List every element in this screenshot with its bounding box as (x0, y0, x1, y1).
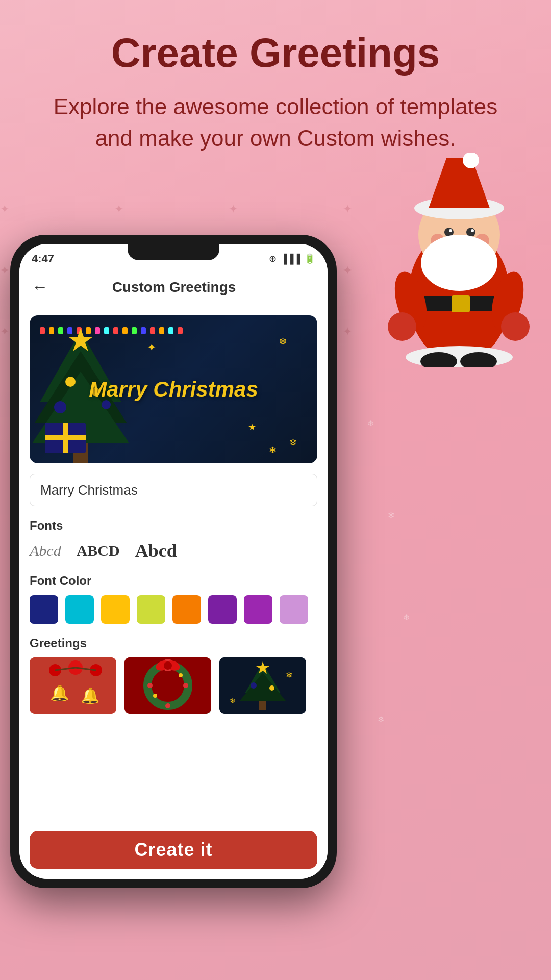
svg-point-54 (179, 673, 183, 677)
app-content: ❄ ❄ ❄ ✦ ★ (19, 305, 328, 879)
phone-notch (128, 244, 219, 260)
battery-icon: 🔋 (304, 253, 315, 264)
svg-point-30 (65, 377, 76, 387)
color-swatch-navy[interactable] (30, 595, 58, 624)
greeting-template-2[interactable] (124, 657, 211, 714)
greetings-section: Greetings 🔔 (30, 636, 317, 714)
svg-rect-58 (259, 701, 266, 710)
svg-point-50 (147, 683, 153, 688)
color-swatch-purple[interactable] (208, 595, 237, 624)
light-bulb (168, 327, 173, 334)
app-header: ← Custom Greetings (19, 270, 328, 305)
light-bulb (178, 327, 183, 334)
font-color-label: Font Color (30, 574, 317, 588)
greetings-label: Greetings (30, 636, 317, 650)
greeting-text-input[interactable] (30, 474, 317, 506)
svg-point-23 (457, 242, 475, 252)
color-swatch-violet[interactable] (244, 595, 272, 624)
text-input-section (30, 474, 317, 506)
greeting-templates-row: 🔔 🔔 (30, 657, 317, 714)
svg-text:❄: ❄ (230, 697, 236, 705)
gift-box (45, 423, 86, 458)
card-snowflake: ❄ (269, 445, 277, 456)
gold-star: ✦ (147, 341, 156, 354)
svg-point-6 (388, 312, 416, 341)
font-script-option[interactable]: Abcd (30, 542, 61, 559)
svg-rect-2 (452, 295, 470, 312)
fonts-section: Fonts Abcd ABCD Abcd (30, 519, 317, 561)
card-snowflake: ❄ (289, 437, 297, 448)
font-color-section: Font Color (30, 574, 317, 624)
color-swatches (30, 595, 317, 624)
status-icons: ⊕ ▐▐▐ 🔋 (269, 253, 315, 264)
svg-marker-10 (429, 158, 490, 208)
color-swatch-lavender[interactable] (280, 595, 308, 624)
phone-outer: 4:47 ⊕ ▐▐▐ 🔋 ← Custom Greetings (10, 235, 337, 888)
svg-point-7 (501, 312, 530, 341)
light-bulb (141, 327, 146, 334)
svg-point-15 (471, 229, 474, 232)
svg-text:🔔: 🔔 (50, 684, 69, 702)
svg-point-61 (269, 685, 274, 691)
svg-text:❄: ❄ (286, 671, 292, 679)
light-bulb (159, 327, 164, 334)
phone-screen: 4:47 ⊕ ▐▐▐ 🔋 ← Custom Greetings (19, 244, 328, 879)
fonts-label: Fonts (30, 519, 317, 533)
page-subtitle: Explore the awesome collection of templa… (41, 91, 510, 154)
svg-point-13 (466, 228, 475, 237)
greeting-template-3[interactable]: ❄ ❄ (219, 657, 306, 714)
color-swatch-orange[interactable] (172, 595, 201, 624)
color-swatch-cyan[interactable] (65, 595, 94, 624)
snowflake: ❄ (403, 612, 410, 622)
svg-point-53 (153, 694, 157, 698)
screen-title: Custom Greetings (58, 279, 290, 296)
svg-point-51 (183, 683, 188, 688)
svg-point-32 (54, 401, 66, 413)
header-section: Create Greetings Explore the awesome col… (0, 0, 551, 164)
santa-decoration (378, 153, 541, 368)
fonts-row: Abcd ABCD Abcd (30, 540, 317, 561)
location-icon: ⊕ (269, 253, 277, 264)
svg-point-60 (251, 682, 257, 689)
color-swatch-lime[interactable] (137, 595, 165, 624)
snowflake: ❄ (367, 419, 374, 428)
create-button-container: Create it (30, 831, 317, 869)
gold-star: ★ (248, 422, 256, 433)
light-bulb (150, 327, 155, 334)
svg-text:🔔: 🔔 (81, 687, 100, 705)
font-serif-option[interactable]: ABCD (77, 542, 120, 559)
svg-point-52 (165, 703, 170, 708)
template-2-preview (124, 657, 211, 714)
template-3-preview: ❄ ❄ (219, 657, 306, 714)
svg-point-49 (164, 662, 172, 670)
snowflake: ❄ (378, 715, 384, 724)
status-time: 4:47 (32, 252, 54, 265)
back-button[interactable]: ← (32, 278, 48, 297)
snowflake: ❄ (388, 510, 394, 520)
greeting-template-1[interactable]: 🔔 🔔 (30, 657, 116, 714)
svg-point-14 (449, 229, 452, 232)
card-inner: ❄ ❄ ❄ ✦ ★ (30, 315, 317, 463)
card-snowflake: ❄ (279, 336, 287, 347)
color-swatch-amber[interactable] (101, 595, 130, 624)
font-bold-option[interactable]: Abcd (135, 540, 177, 561)
create-it-label: Create it (134, 839, 212, 861)
card-greeting-text: Marry Christmas (89, 377, 258, 402)
template-1-preview: 🔔 🔔 (30, 657, 116, 714)
create-it-button[interactable]: Create it (30, 831, 317, 869)
card-preview: ❄ ❄ ❄ ✦ ★ (30, 315, 317, 463)
page-title: Create Greetings (41, 31, 510, 76)
signal-icon: ▐▐▐ (281, 254, 300, 264)
phone-mockup: 4:47 ⊕ ▐▐▐ 🔋 ← Custom Greetings (10, 235, 367, 924)
light-bulb (132, 327, 137, 334)
